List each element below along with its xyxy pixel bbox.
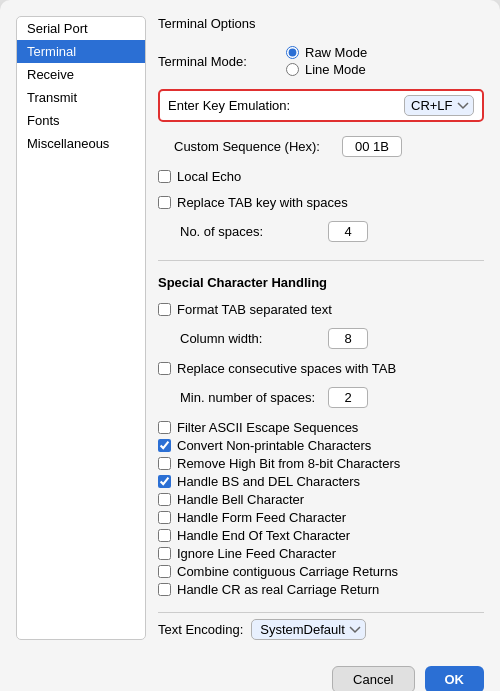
sidebar-item-serial-port[interactable]: Serial Port	[17, 17, 145, 40]
raw-mode-radio-row[interactable]: Raw Mode	[286, 45, 367, 60]
line-mode-radio-row[interactable]: Line Mode	[286, 62, 367, 77]
special-char-title: Special Character Handling	[158, 275, 484, 290]
checkbox-label-5: Handle Form Feed Character	[177, 510, 346, 525]
replace-tab-checkbox[interactable]	[158, 196, 171, 209]
ok-button[interactable]: OK	[425, 666, 485, 691]
checkbox-label-0: Filter ASCII Escape Sequences	[177, 420, 358, 435]
no-spaces-input[interactable]	[328, 221, 368, 242]
format-tab-row[interactable]: Format TAB separated text	[158, 302, 484, 317]
no-spaces-label: No. of spaces:	[180, 224, 320, 239]
checkbox-label-6: Handle End Of Text Character	[177, 528, 350, 543]
terminal-mode-row: Terminal Mode: Raw Mode Line Mode	[158, 45, 484, 77]
min-spaces-label: Min. number of spaces:	[180, 390, 320, 405]
checkbox-row-3[interactable]: Handle BS and DEL Characters	[158, 474, 484, 489]
sidebar: Serial PortTerminalReceiveTransmitFontsM…	[16, 16, 146, 640]
text-encoding-label: Text Encoding:	[158, 622, 243, 637]
format-tab-checkbox[interactable]	[158, 303, 171, 316]
format-tab-label: Format TAB separated text	[177, 302, 332, 317]
checkbox-row-1[interactable]: Convert Non-printable Characters	[158, 438, 484, 453]
sidebar-item-receive[interactable]: Receive	[17, 63, 145, 86]
checkbox-label-8: Combine contiguous Carriage Returns	[177, 564, 398, 579]
checkbox-label-7: Ignore Line Feed Character	[177, 546, 336, 561]
cancel-button[interactable]: Cancel	[332, 666, 414, 691]
text-encoding-select[interactable]: SystemDefault UTF-8 ASCII	[251, 619, 366, 640]
checkbox-label-4: Handle Bell Character	[177, 492, 304, 507]
enter-key-row: Enter Key Emulation: CR+LF CR LF	[158, 89, 484, 122]
checkbox-label-9: Handle CR as real Carriage Return	[177, 582, 379, 597]
checkbox-row-4[interactable]: Handle Bell Character	[158, 492, 484, 507]
checkbox-row-5[interactable]: Handle Form Feed Character	[158, 510, 484, 525]
checkbox-9[interactable]	[158, 583, 171, 596]
raw-mode-radio[interactable]	[286, 46, 299, 59]
enter-key-label: Enter Key Emulation:	[168, 98, 404, 113]
raw-mode-label: Raw Mode	[305, 45, 367, 60]
custom-sequence-row: Custom Sequence (Hex):	[174, 136, 484, 157]
checkbox-8[interactable]	[158, 565, 171, 578]
dialog-footer: Cancel OK	[0, 656, 500, 691]
sidebar-item-transmit[interactable]: Transmit	[17, 86, 145, 109]
checkbox-4[interactable]	[158, 493, 171, 506]
checkbox-row-7[interactable]: Ignore Line Feed Character	[158, 546, 484, 561]
replace-spaces-label: Replace consecutive spaces with TAB	[177, 361, 396, 376]
replace-spaces-checkbox[interactable]	[158, 362, 171, 375]
enter-key-select[interactable]: CR+LF CR LF	[404, 95, 474, 116]
no-spaces-row: No. of spaces:	[180, 221, 484, 242]
column-width-row: Column width:	[180, 328, 484, 349]
min-spaces-input[interactable]	[328, 387, 368, 408]
local-echo-checkbox[interactable]	[158, 170, 171, 183]
column-width-input[interactable]	[328, 328, 368, 349]
checkbox-row-0[interactable]: Filter ASCII Escape Sequences	[158, 420, 484, 435]
special-checkboxes-group: Filter ASCII Escape SequencesConvert Non…	[158, 420, 484, 600]
checkbox-label-3: Handle BS and DEL Characters	[177, 474, 360, 489]
replace-tab-label: Replace TAB key with spaces	[177, 195, 348, 210]
sidebar-item-miscellaneous[interactable]: Miscellaneous	[17, 132, 145, 155]
checkbox-1[interactable]	[158, 439, 171, 452]
column-width-label: Column width:	[180, 331, 320, 346]
text-encoding-row: Text Encoding: SystemDefault UTF-8 ASCII	[158, 612, 484, 640]
main-content: Terminal Options Terminal Mode: Raw Mode…	[158, 16, 484, 640]
checkbox-3[interactable]	[158, 475, 171, 488]
line-mode-radio[interactable]	[286, 63, 299, 76]
local-echo-label: Local Echo	[177, 169, 241, 184]
checkbox-7[interactable]	[158, 547, 171, 560]
checkbox-row-2[interactable]: Remove High Bit from 8-bit Characters	[158, 456, 484, 471]
terminal-options-title: Terminal Options	[158, 16, 484, 31]
min-spaces-row: Min. number of spaces:	[180, 387, 484, 408]
terminal-mode-label: Terminal Mode:	[158, 54, 278, 69]
local-echo-row[interactable]: Local Echo	[158, 169, 484, 184]
checkbox-2[interactable]	[158, 457, 171, 470]
sidebar-item-terminal[interactable]: Terminal	[17, 40, 145, 63]
custom-sequence-input[interactable]	[342, 136, 402, 157]
checkbox-row-9[interactable]: Handle CR as real Carriage Return	[158, 582, 484, 597]
checkbox-row-6[interactable]: Handle End Of Text Character	[158, 528, 484, 543]
checkbox-label-1: Convert Non-printable Characters	[177, 438, 371, 453]
checkbox-6[interactable]	[158, 529, 171, 542]
replace-spaces-row[interactable]: Replace consecutive spaces with TAB	[158, 361, 484, 376]
checkbox-row-8[interactable]: Combine contiguous Carriage Returns	[158, 564, 484, 579]
checkbox-0[interactable]	[158, 421, 171, 434]
sidebar-item-fonts[interactable]: Fonts	[17, 109, 145, 132]
line-mode-label: Line Mode	[305, 62, 366, 77]
replace-tab-row[interactable]: Replace TAB key with spaces	[158, 195, 484, 210]
custom-sequence-label: Custom Sequence (Hex):	[174, 139, 334, 154]
checkbox-label-2: Remove High Bit from 8-bit Characters	[177, 456, 400, 471]
separator1	[158, 260, 484, 261]
checkbox-5[interactable]	[158, 511, 171, 524]
